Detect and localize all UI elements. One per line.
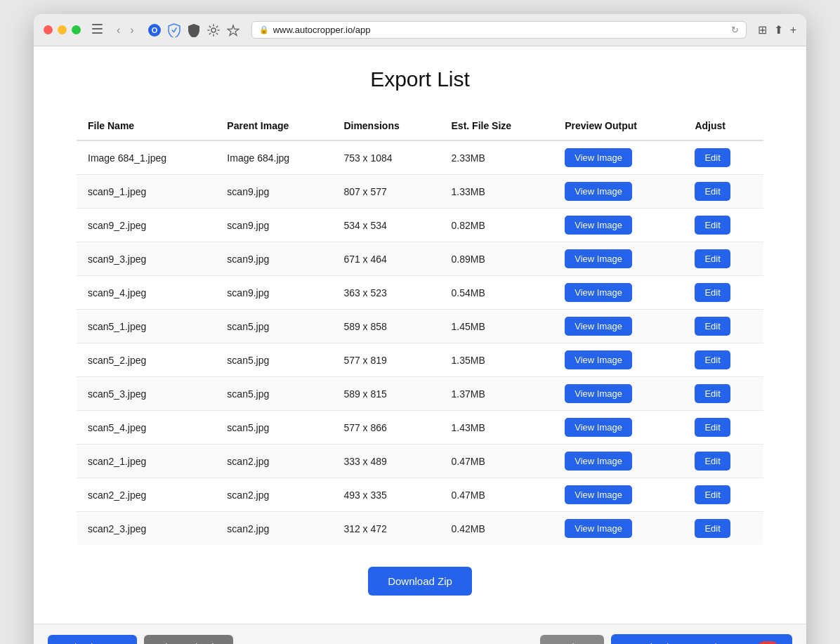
edit-button[interactable]: Edit <box>695 519 730 538</box>
browser-window: ‹ › O <box>34 14 806 644</box>
lock-icon: 🔒 <box>259 25 269 34</box>
table-row: scan2_3.jpegscan2.jpg312 x 4720.42MBView… <box>77 512 764 546</box>
svg-text:O: O <box>151 26 157 34</box>
view-image-button[interactable]: View Image <box>565 452 632 471</box>
cell-parent: scan5.jpg <box>216 377 332 411</box>
cell-filesize: 1.45MB <box>440 310 554 343</box>
upload-scans-button[interactable]: Upload Scans <box>48 635 137 644</box>
cell-preview: View Image <box>553 140 683 175</box>
view-image-button[interactable]: View Image <box>565 485 632 504</box>
table-body: Image 684_1.jpegImage 684.jpg753 x 10842… <box>77 140 764 546</box>
edit-button[interactable]: Edit <box>695 249 730 268</box>
cell-filesize: 0.47MB <box>440 445 554 478</box>
settings-icon[interactable] <box>206 23 221 37</box>
cell-filesize: 2.33MB <box>440 140 554 175</box>
download-zip-button[interactable]: Download Zip <box>368 567 472 596</box>
cell-preview: View Image <box>553 343 683 377</box>
edit-button[interactable]: Edit <box>695 418 730 437</box>
cell-adjust: Edit <box>683 276 763 310</box>
table-row: scan5_3.jpegscan5.jpg589 x 8151.37MBView… <box>77 377 764 411</box>
cell-parent: scan9.jpg <box>216 276 332 310</box>
view-image-button[interactable]: View Image <box>565 519 632 538</box>
edit-button[interactable]: Edit <box>695 350 730 369</box>
cell-preview: View Image <box>553 209 683 242</box>
cell-filename: scan5_4.jpeg <box>77 411 216 445</box>
extension-icon-shield-outline[interactable] <box>167 23 181 37</box>
cell-parent: scan9.jpg <box>216 175 332 209</box>
extension-icon-circle[interactable]: O <box>147 23 162 37</box>
cell-preview: View Image <box>553 310 683 343</box>
view-image-button[interactable]: View Image <box>565 182 632 201</box>
view-image-button[interactable]: View Image <box>565 216 632 235</box>
download-separated-button[interactable]: Download Separated Images 12 <box>611 634 792 644</box>
cell-filesize: 0.89MB <box>440 242 554 276</box>
table-row: scan9_3.jpegscan9.jpg671 x 4640.89MBView… <box>77 242 764 276</box>
view-image-button[interactable]: View Image <box>565 418 632 437</box>
refresh-icon[interactable]: ↻ <box>731 25 739 35</box>
col-header-preview: Preview Output <box>553 112 683 141</box>
sidebar-toggle-icon[interactable] <box>92 24 103 36</box>
cell-filename: scan9_4.jpeg <box>77 276 216 310</box>
back-button[interactable]: ‹ <box>113 22 124 38</box>
cell-parent: scan2.jpg <box>216 512 332 546</box>
new-tab-icon[interactable]: ⊞ <box>758 23 767 37</box>
address-bar[interactable]: 🔒 ↻ <box>251 21 747 39</box>
table-row: scan5_2.jpegscan5.jpg577 x 8191.35MBView… <box>77 343 764 377</box>
cell-filesize: 0.42MB <box>440 512 554 546</box>
bottom-bar: Upload Scans Clear uploads Settings Down… <box>34 624 806 644</box>
cell-adjust: Edit <box>683 512 763 546</box>
maximize-button[interactable] <box>72 25 81 34</box>
table-row: scan9_1.jpegscan9.jpg807 x 5771.33MBView… <box>77 175 764 209</box>
cell-filesize: 1.33MB <box>440 175 554 209</box>
browser-nav: ‹ › <box>113 22 138 38</box>
view-image-button[interactable]: View Image <box>565 283 632 302</box>
extension-icon-shield-dark[interactable] <box>187 23 201 37</box>
view-image-button[interactable]: View Image <box>565 317 632 336</box>
cell-dimensions: 534 x 534 <box>332 209 440 242</box>
edit-button[interactable]: Edit <box>695 148 730 167</box>
table-row: scan2_1.jpegscan2.jpg333 x 4890.47MBView… <box>77 445 764 478</box>
cell-dimensions: 589 x 815 <box>332 377 440 411</box>
cell-filename: scan9_2.jpeg <box>77 209 216 242</box>
edit-button[interactable]: Edit <box>695 452 730 471</box>
cell-filesize: 1.43MB <box>440 411 554 445</box>
download-separated-badge: 12 <box>758 641 778 644</box>
cell-adjust: Edit <box>683 175 763 209</box>
col-header-filesize: Est. File Size <box>440 112 554 141</box>
table-row: Image 684_1.jpegImage 684.jpg753 x 10842… <box>77 140 764 175</box>
cell-dimensions: 577 x 819 <box>332 343 440 377</box>
col-header-adjust: Adjust <box>683 112 763 141</box>
page-content: Export List File Name Parent Image Dimen… <box>34 46 806 624</box>
url-input[interactable] <box>273 25 727 35</box>
edit-button[interactable]: Edit <box>695 216 730 235</box>
svg-rect-0 <box>92 24 103 25</box>
minimize-button[interactable] <box>58 25 67 34</box>
cell-filename: scan2_1.jpeg <box>77 445 216 478</box>
add-tab-icon[interactable]: + <box>790 24 796 37</box>
cell-dimensions: 312 x 472 <box>332 512 440 546</box>
share-icon[interactable]: ⬆ <box>774 23 783 37</box>
close-button[interactable] <box>44 25 53 34</box>
view-image-button[interactable]: View Image <box>565 249 632 268</box>
cell-filename: scan2_3.jpeg <box>77 512 216 546</box>
edit-button[interactable]: Edit <box>695 485 730 504</box>
view-image-button[interactable]: View Image <box>565 350 632 369</box>
cell-filename: scan5_1.jpeg <box>77 310 216 343</box>
cell-preview: View Image <box>553 242 683 276</box>
cell-filesize: 0.47MB <box>440 478 554 512</box>
view-image-button[interactable]: View Image <box>565 148 632 167</box>
forward-button[interactable]: › <box>126 22 137 38</box>
view-image-button[interactable]: View Image <box>565 384 632 403</box>
browser-chrome-bar: ‹ › O <box>34 14 806 46</box>
bookmark-icon[interactable] <box>226 23 240 37</box>
edit-button[interactable]: Edit <box>695 317 730 336</box>
cell-filesize: 1.35MB <box>440 343 554 377</box>
edit-button[interactable]: Edit <box>695 384 730 403</box>
cell-preview: View Image <box>553 276 683 310</box>
edit-button[interactable]: Edit <box>695 182 730 201</box>
cell-preview: View Image <box>553 512 683 546</box>
settings-button[interactable]: Settings <box>540 635 604 644</box>
clear-uploads-button[interactable]: Clear uploads <box>144 635 232 644</box>
col-header-dimensions: Dimensions <box>332 112 440 141</box>
edit-button[interactable]: Edit <box>695 283 730 302</box>
